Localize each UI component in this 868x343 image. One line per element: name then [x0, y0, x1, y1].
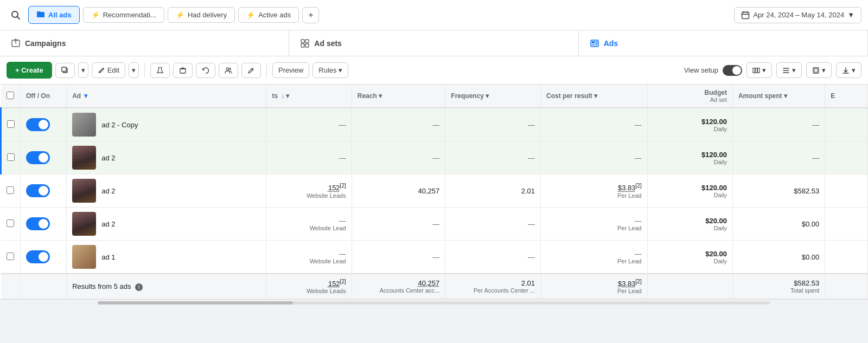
search-button[interactable] — [7, 7, 25, 23]
row4-checkbox[interactable] — [7, 219, 14, 227]
row1-budget-cell: $120.00 Daily — [647, 108, 732, 141]
table-row: ad 1 — Website Lead — — — Per Lead — [1, 241, 868, 274]
audience-button[interactable] — [219, 63, 238, 78]
footer-frequency-value: 2.01 — [521, 279, 535, 287]
reports-chevron: ▾ — [822, 66, 826, 74]
row3-amount-cell: $582.53 — [732, 174, 825, 208]
row1-cost-cell: — — [541, 108, 648, 141]
export-button[interactable]: ▾ — [836, 62, 861, 78]
svg-rect-28 — [758, 68, 760, 73]
row2-checkbox[interactable] — [7, 153, 15, 161]
date-picker[interactable]: Apr 24, 2024 – May 14, 2024 ▼ — [734, 7, 861, 23]
amount-col-chevron[interactable]: ▾ — [784, 92, 787, 100]
row4-ad-name: ad 2 — [101, 220, 115, 228]
row5-checkbox[interactable] — [7, 253, 14, 260]
delete-button[interactable] — [173, 63, 193, 78]
row3-results-label: Website Leads — [272, 192, 346, 199]
row3-cost-value[interactable]: $3.83 — [618, 184, 636, 192]
test-button[interactable] — [150, 63, 170, 78]
row5-cost-cell: — Per Lead — [541, 241, 648, 274]
row3-ad-cell: ad 2 — [67, 174, 266, 208]
row2-ad-thumbnail — [72, 146, 96, 170]
audience-icon — [225, 67, 232, 74]
row5-budget-cell: $20.00 Daily — [647, 241, 732, 274]
footer-info-icon[interactable]: i — [135, 283, 143, 291]
tab-active-ads[interactable]: ⚡ Active ads — [238, 7, 299, 23]
row3-toggle-cell — [21, 174, 67, 208]
edit-button[interactable]: Edit — [92, 62, 125, 78]
footer-results-sub: Website Leads — [272, 288, 346, 294]
view-setup-toggle[interactable] — [723, 65, 742, 76]
row3-checkbox[interactable] — [7, 186, 14, 194]
footer-results-value[interactable]: 152 — [328, 280, 340, 288]
select-all-checkbox[interactable] — [7, 92, 14, 99]
cost-col-chevron[interactable]: ▾ — [594, 92, 597, 100]
undo-button[interactable] — [196, 63, 215, 78]
assign-button[interactable] — [241, 63, 261, 78]
ad-sort-chevron[interactable]: ▾ — [84, 92, 87, 100]
section-campaigns-label: Campaigns — [25, 39, 66, 48]
row1-ad-cell: ad 2 - Copy — [67, 108, 266, 141]
duplicate-button[interactable] — [55, 63, 75, 78]
create-button[interactable]: + Create — [7, 62, 52, 79]
row2-toggle[interactable] — [26, 151, 50, 164]
results-col-chevron[interactable]: ▾ — [286, 92, 289, 100]
section-ads[interactable]: Ads — [579, 30, 868, 56]
duplicate-chevron-button[interactable]: ▾ — [78, 62, 88, 78]
row1-checkbox[interactable] — [7, 120, 15, 128]
tab-had-delivery[interactable]: ⚡ Had delivery — [168, 7, 235, 23]
table-wrapper: Off / On Ad ▾ ts ↓ ▾ — [0, 85, 868, 299]
row3-toggle[interactable] — [26, 184, 50, 197]
row2-checkbox-cell — [1, 141, 21, 174]
section-adsets[interactable]: Ad sets — [289, 30, 578, 56]
row1-toggle[interactable] — [26, 118, 50, 131]
breakdown-button[interactable]: ▾ — [776, 62, 802, 78]
search-icon — [11, 10, 21, 20]
footer-cost-value[interactable]: $3.83 — [618, 280, 636, 288]
row3-results-value[interactable]: 152 — [328, 184, 340, 192]
add-tab-button[interactable]: + — [302, 7, 319, 23]
undo-icon — [202, 67, 209, 74]
section-ads-label: Ads — [604, 39, 618, 48]
tab-recommendations[interactable]: ⚡ Recommendati... — [83, 7, 164, 23]
row4-toggle[interactable] — [26, 217, 50, 230]
columns-button[interactable]: ▾ — [746, 62, 772, 78]
col-header-reach: Reach ▾ — [352, 85, 445, 108]
calendar-icon — [741, 11, 750, 20]
footer-amount-cell: $582.53 Total spent — [732, 274, 825, 299]
row4-results-cell: — Website Lead — [266, 208, 352, 241]
svg-point-23 — [226, 68, 228, 70]
toolbar-separator-1 — [144, 63, 145, 78]
svg-rect-19 — [62, 67, 66, 72]
frequency-col-chevron[interactable]: ▾ — [486, 92, 489, 100]
row5-toggle[interactable] — [26, 250, 50, 263]
horizontal-scrollbar[interactable] — [0, 299, 868, 306]
section-campaigns[interactable]: Campaigns — [0, 30, 289, 56]
preview-label: Preview — [278, 66, 303, 74]
ads-icon — [590, 38, 599, 48]
footer-reach-value[interactable]: 40,257 — [418, 279, 440, 287]
edit-chevron-button[interactable]: ▾ — [129, 62, 139, 78]
footer-extra-cell — [825, 274, 868, 299]
tab-all-ads[interactable]: All ads — [28, 6, 80, 24]
col-header-frequency: Frequency ▾ — [445, 85, 541, 108]
svg-point-24 — [229, 68, 231, 70]
footer-budget-cell — [647, 274, 732, 299]
breakdown-chevron: ▾ — [792, 66, 796, 74]
reports-button[interactable]: ▾ — [806, 62, 832, 78]
scrollbar-thumb[interactable] — [98, 301, 293, 305]
table-row: ad 2 - Copy — — — — $120.00 Daily — [1, 108, 868, 141]
row5-results-cell: — Website Lead — [266, 241, 352, 274]
preview-button[interactable]: Preview — [272, 62, 309, 78]
results-sort-icon[interactable]: ↓ — [281, 92, 284, 100]
row5-reach-cell: — — [352, 241, 445, 274]
row5-ad-cell: ad 1 — [67, 241, 266, 274]
reach-col-chevron[interactable]: ▾ — [379, 92, 382, 100]
date-chevron-icon: ▼ — [847, 11, 854, 19]
row2-frequency-cell: — — [445, 141, 541, 174]
row3-cost-cell: $3.83[2] Per Lead — [541, 174, 648, 208]
flask-icon — [156, 67, 164, 74]
rules-button[interactable]: Rules ▾ — [312, 62, 348, 78]
row3-ad-thumbnail — [72, 179, 96, 203]
row2-cost-cell: — — [541, 141, 648, 174]
